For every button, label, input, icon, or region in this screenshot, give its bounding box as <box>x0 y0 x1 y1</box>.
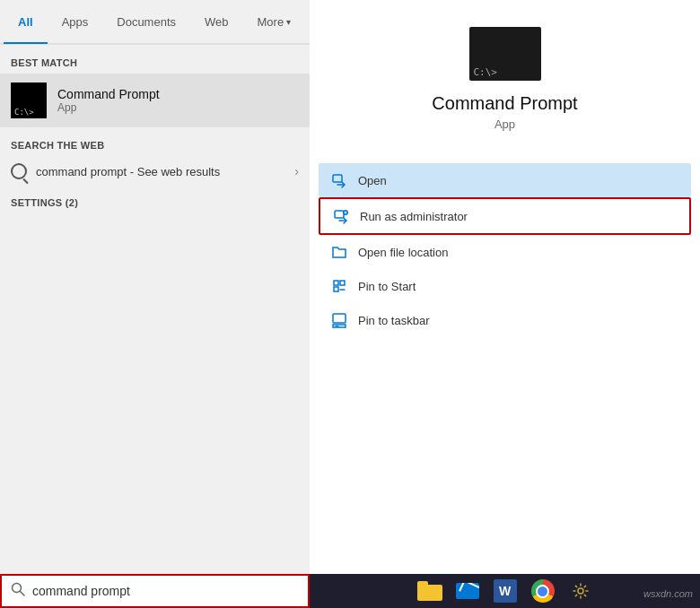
settings-taskbar-icon[interactable] <box>566 577 595 605</box>
tab-bar: All Apps Documents Web More ▾ <box>0 0 310 45</box>
svg-point-16 <box>578 588 583 594</box>
svg-rect-8 <box>333 175 342 182</box>
svg-rect-11 <box>334 281 338 285</box>
pin-start-label: Pin to Start <box>358 280 416 293</box>
best-match-item[interactable]: C:\> Command Prompt App <box>0 74 310 127</box>
tab-apps[interactable]: Apps <box>48 0 103 44</box>
svg-rect-9 <box>335 211 344 218</box>
run-admin-label: Run as administrator <box>360 210 468 223</box>
svg-rect-13 <box>334 287 338 291</box>
svg-rect-15 <box>333 325 346 327</box>
tab-web[interactable]: Web <box>190 0 243 44</box>
run-as-admin-action[interactable]: Run as administrator <box>319 197 691 235</box>
web-search-label: Search the web <box>0 135 310 154</box>
file-location-icon <box>331 244 347 260</box>
settings-section: Settings (2) <box>0 188 310 215</box>
file-explorer-taskbar-icon[interactable] <box>416 577 444 605</box>
tab-all[interactable]: All <box>4 0 48 44</box>
open-file-location-action[interactable]: Open file location <box>319 235 691 269</box>
settings-label: Settings (2) <box>0 192 310 212</box>
app-preview: C:\> Command Prompt App <box>310 0 700 163</box>
open-icon <box>331 172 347 188</box>
svg-line-7 <box>21 592 25 596</box>
chrome-taskbar-icon[interactable] <box>529 577 557 605</box>
best-match-label: Best match <box>0 52 310 72</box>
open-file-location-label: Open file location <box>358 246 448 259</box>
action-list: Open Run as administrator Open file l <box>310 163 700 337</box>
chevron-right-icon: › <box>294 164 299 178</box>
open-action[interactable]: Open <box>319 163 691 197</box>
preview-subtitle: App <box>494 117 515 131</box>
cmd-preview-icon: C:\> <box>469 27 541 81</box>
search-bar[interactable] <box>0 574 310 608</box>
app-type: App <box>57 101 160 114</box>
web-search-item[interactable]: command prompt - See web results › <box>0 154 310 188</box>
watermark: wsxdn.com <box>643 588 693 599</box>
admin-icon <box>333 208 349 224</box>
app-name: Command Prompt <box>57 87 160 101</box>
svg-rect-14 <box>333 314 346 323</box>
search-bar-icon <box>11 582 25 600</box>
tab-documents[interactable]: Documents <box>102 0 190 44</box>
right-panel: C:\> Command Prompt App Open <box>310 0 700 608</box>
search-panel: All Apps Documents Web More ▾ <box>0 0 310 608</box>
preview-title: Command Prompt <box>432 93 577 114</box>
results-area: Best match C:\> Command Prompt App Searc… <box>0 45 310 608</box>
pin-taskbar-label: Pin to taskbar <box>358 314 430 327</box>
search-input[interactable] <box>32 584 299 598</box>
chevron-down-icon: ▾ <box>286 17 291 27</box>
cmd-app-icon: C:\> <box>11 83 47 118</box>
word-taskbar-icon[interactable]: W <box>491 577 520 605</box>
pin-start-icon <box>331 278 347 294</box>
pin-taskbar-icon <box>331 312 347 328</box>
web-search-text: command prompt - See web results <box>36 165 285 178</box>
svg-rect-12 <box>340 281 345 285</box>
pin-to-taskbar-action[interactable]: Pin to taskbar <box>319 303 691 337</box>
open-label: Open <box>358 174 387 187</box>
search-icon <box>11 163 27 179</box>
pin-to-start-action[interactable]: Pin to Start <box>319 269 691 303</box>
mail-taskbar-icon[interactable] <box>453 577 482 605</box>
tab-more[interactable]: More ▾ <box>243 0 306 44</box>
taskbar: W <box>310 574 700 608</box>
